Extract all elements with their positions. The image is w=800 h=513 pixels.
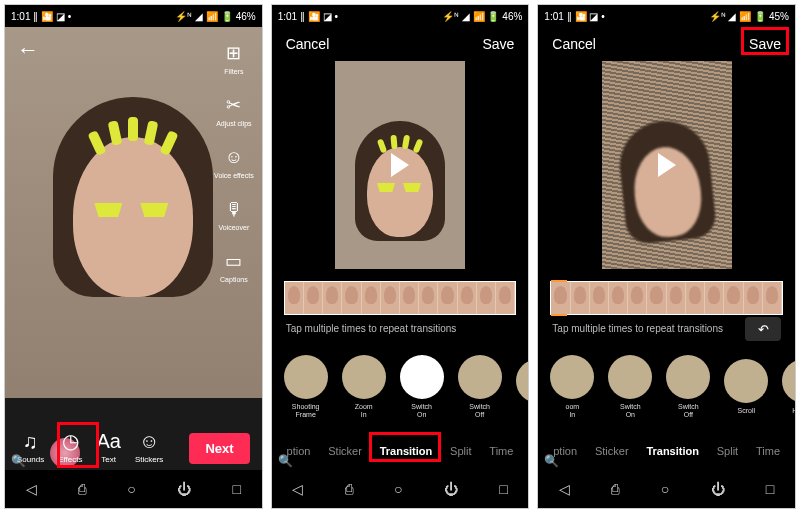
nav-button[interactable]: □ (766, 481, 774, 497)
effect-zoom-in[interactable]: ZoomIn (340, 355, 388, 418)
nav-button[interactable]: ○ (127, 481, 135, 497)
nav-bar: ◁⎙○⏻□ (5, 470, 262, 508)
highlight-save (741, 27, 789, 55)
timeline-frame[interactable] (667, 282, 686, 314)
editor-preview[interactable] (335, 61, 465, 269)
side-toolbar: ⊞Filters✂Adjust clips☺Voice effects🎙Voic… (214, 41, 254, 283)
timeline-frame[interactable] (285, 282, 304, 314)
cancel-button[interactable]: Cancel (286, 36, 330, 52)
nav-button[interactable]: ⏻ (177, 481, 191, 497)
timeline-frame[interactable] (609, 282, 628, 314)
timeline-frame[interactable] (304, 282, 323, 314)
captions-icon: ▭ (222, 249, 246, 273)
screen-editor-save: 1:01‖ 🎦 ◪ • ⚡ᴺ ◢ 📶 🔋45% Cancel Save Tap … (537, 4, 796, 509)
nav-button[interactable]: □ (233, 481, 241, 497)
side-tool-captions[interactable]: ▭Captions (220, 249, 248, 283)
timeline[interactable] (284, 281, 517, 315)
effect-switch-off[interactable]: SwitchOff (664, 355, 712, 418)
effects-row: ShootingFrameZoomInSwitchOnSwitchOffScro… (272, 347, 529, 427)
screen-editor-transition: 1:01‖ 🎦 ◪ • ⚡ᴺ ◢ 📶 🔋46% Cancel Save Tap … (271, 4, 530, 509)
nav-button[interactable]: ⏻ (444, 481, 458, 497)
side-tool-voiceover[interactable]: 🎙Voiceover (219, 197, 250, 231)
status-bar: 1:01‖ 🎦 ◪ • ⚡ᴺ ◢ 📶 🔋46% (272, 5, 529, 27)
timeline-frame[interactable] (724, 282, 743, 314)
undo-button[interactable]: ↶ (745, 317, 781, 341)
nav-button[interactable]: ⎙ (345, 481, 353, 497)
play-icon[interactable] (658, 153, 676, 177)
timeline-frame[interactable] (686, 282, 705, 314)
highlight-effects (57, 422, 99, 468)
tab-time[interactable]: Time (489, 445, 513, 457)
effect-switch-off[interactable]: SwitchOff (456, 355, 504, 418)
side-tool-filters[interactable]: ⊞Filters (222, 41, 246, 75)
hint-text: Tap multiple times to repeat transitions (286, 323, 457, 334)
tool-text[interactable]: AaText (96, 430, 120, 464)
zoom-icon[interactable]: 🔍 (544, 454, 559, 468)
save-button[interactable]: Save (482, 36, 514, 52)
timeline-frame[interactable] (400, 282, 419, 314)
zoom-icon[interactable]: 🔍 (11, 454, 26, 468)
effect-thumbnail (724, 359, 768, 403)
filters-icon: ⊞ (222, 41, 246, 65)
tool-stickers[interactable]: ☺Stickers (135, 430, 163, 464)
effect-thumbnail (782, 359, 795, 403)
effects-row: oomInSwitchOnSwitchOffScrollHorizonRotat… (538, 347, 795, 427)
tab-time[interactable]: Time (756, 445, 780, 457)
nav-button[interactable]: ◁ (292, 481, 303, 497)
cancel-button[interactable]: Cancel (552, 36, 596, 52)
timeline[interactable] (550, 281, 783, 315)
side-tool-adjust-clips[interactable]: ✂Adjust clips (216, 93, 251, 127)
side-tool-voice-effects[interactable]: ☺Voice effects (214, 145, 254, 179)
effect-scroll[interactable]: Scroll (514, 359, 529, 415)
editor-preview[interactable] (602, 61, 732, 269)
adjust-clips-icon: ✂ (222, 93, 246, 117)
timeline-frame[interactable] (438, 282, 457, 314)
nav-button[interactable]: ⏻ (711, 481, 725, 497)
timeline-frame[interactable] (419, 282, 438, 314)
timeline-frame[interactable] (323, 282, 342, 314)
effect-shooting-frame[interactable]: ShootingFrame (282, 355, 330, 418)
nav-bar: ◁⎙○⏻□ (272, 470, 529, 508)
timeline-frame[interactable] (647, 282, 666, 314)
effect-oom-in[interactable]: oomIn (548, 355, 596, 418)
tab-split[interactable]: Split (450, 445, 471, 457)
timeline-frame[interactable] (571, 282, 590, 314)
timeline-frame[interactable] (381, 282, 400, 314)
timeline-frame[interactable] (628, 282, 647, 314)
timeline-frame[interactable] (342, 282, 361, 314)
timeline-frame[interactable] (496, 282, 515, 314)
bottom-toolbar: ♫Sounds◷EffectsAaText☺Stickers Next (5, 430, 262, 464)
zoom-icon[interactable]: 🔍 (278, 454, 293, 468)
timeline-frame[interactable] (551, 282, 570, 314)
tab-sticker[interactable]: Sticker (328, 445, 362, 457)
nav-button[interactable]: ○ (661, 481, 669, 497)
effect-scroll[interactable]: Scroll (722, 359, 770, 415)
tab-split[interactable]: Split (717, 445, 738, 457)
nav-button[interactable]: ◁ (26, 481, 37, 497)
tab-sticker[interactable]: Sticker (595, 445, 629, 457)
timeline-frame[interactable] (744, 282, 763, 314)
play-icon[interactable] (391, 153, 409, 177)
text-icon: Aa (96, 430, 120, 452)
nav-button[interactable]: ◁ (559, 481, 570, 497)
sounds-icon: ♫ (23, 430, 38, 452)
nav-button[interactable]: ⎙ (78, 481, 86, 497)
tab-transition[interactable]: Transition (646, 445, 699, 457)
nav-button[interactable]: ○ (394, 481, 402, 497)
timeline-frame[interactable] (763, 282, 782, 314)
effect-switch-on[interactable]: SwitchOn (398, 355, 446, 418)
effect-thumbnail (666, 355, 710, 399)
next-button[interactable]: Next (189, 433, 249, 464)
nav-button[interactable]: □ (499, 481, 507, 497)
back-arrow-icon[interactable]: ← (17, 37, 39, 63)
effect-horizon[interactable]: Horizon (780, 359, 795, 415)
effect-switch-on[interactable]: SwitchOn (606, 355, 654, 418)
screen-preview: 1:01‖ 🎦 ◪ • ⚡ᴺ ◢ 📶 🔋46% ← ⊞Filters✂Adjus… (4, 4, 263, 509)
timeline-frame[interactable] (477, 282, 496, 314)
nav-button[interactable]: ⎙ (611, 481, 619, 497)
effect-thumbnail (608, 355, 652, 399)
timeline-frame[interactable] (590, 282, 609, 314)
timeline-frame[interactable] (458, 282, 477, 314)
timeline-frame[interactable] (705, 282, 724, 314)
timeline-frame[interactable] (362, 282, 381, 314)
